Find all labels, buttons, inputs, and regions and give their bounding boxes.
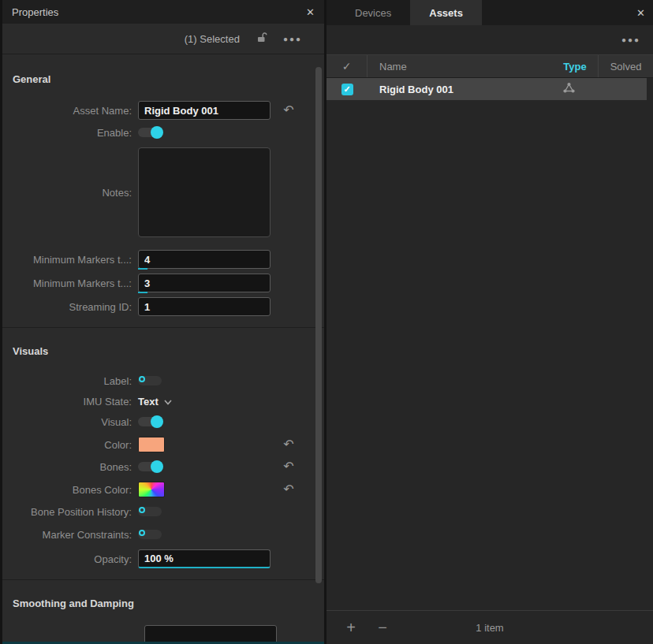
tab-devices[interactable]: Devices xyxy=(336,0,410,25)
marker-constraints-row: Marker Constraints: xyxy=(2,527,324,542)
imu-state-dropdown[interactable]: Text xyxy=(138,396,172,408)
asset-name-input[interactable] xyxy=(138,101,271,120)
section-general: General xyxy=(13,73,324,85)
solved-column-header[interactable]: Solved xyxy=(598,55,653,77)
imu-state-value: Text xyxy=(138,396,159,408)
opacity-input[interactable] xyxy=(138,549,271,568)
enable-label: Enable: xyxy=(4,127,138,139)
imu-state-row: IMU State: Text xyxy=(2,396,324,408)
toggle-knob xyxy=(139,376,145,382)
marker-constraints-label: Marker Constraints: xyxy=(4,529,138,541)
notes-textarea[interactable] xyxy=(138,147,271,237)
undo-icon[interactable]: ↶ xyxy=(283,438,293,451)
asset-name: Rigid Body 001 xyxy=(368,84,546,95)
min-markers-boot-label: Minimum Markers t...: xyxy=(4,254,138,266)
bone-position-history-row: Bone Position History: xyxy=(2,504,324,519)
asset-name-label: Asset Name: xyxy=(4,105,138,117)
assets-toolbar: ●●● xyxy=(326,25,653,54)
color-label: Color: xyxy=(4,439,138,451)
toggle-knob xyxy=(139,530,145,536)
label-toggle[interactable] xyxy=(138,376,162,385)
selection-count: (1) Selected xyxy=(185,33,240,45)
table-row[interactable]: ✓ Rigid Body 001 xyxy=(326,78,647,100)
min-markers-boot-row: Minimum Markers t...: xyxy=(2,250,324,269)
visual-toggle-label: Visual: xyxy=(4,416,138,428)
opacity-row: Opacity: xyxy=(2,549,324,568)
min-markers-boot-input[interactable] xyxy=(138,250,271,269)
assets-tabbar: Devices Assets ✕ xyxy=(326,0,653,25)
bones-toggle-label: Bones: xyxy=(4,461,138,473)
streaming-id-input[interactable] xyxy=(138,297,271,316)
streaming-id-label: Streaming ID: xyxy=(4,301,138,313)
panel-title: Properties xyxy=(12,6,58,18)
chevron-down-icon xyxy=(164,396,172,408)
min-markers-track-input[interactable] xyxy=(138,274,271,292)
bones-color-row: Bones Color: ↶ xyxy=(2,482,324,497)
type-column-header[interactable]: Type xyxy=(552,61,598,73)
notes-row: Notes: xyxy=(2,147,324,237)
min-markers-track-label: Minimum Markers t...: xyxy=(4,277,138,289)
bones-color-swatch[interactable] xyxy=(138,482,165,497)
toggle-knob xyxy=(151,460,163,473)
section-divider xyxy=(2,579,324,580)
undo-icon[interactable]: ↶ xyxy=(283,460,293,473)
color-swatch[interactable] xyxy=(138,437,165,452)
enable-row: Enable: xyxy=(2,125,324,140)
toggle-knob xyxy=(139,507,145,513)
section-visuals: Visuals xyxy=(13,345,324,357)
assets-footer: + − 1 item xyxy=(326,610,653,644)
streaming-id-row: Streaming ID: xyxy=(2,297,324,316)
close-icon[interactable]: ✕ xyxy=(306,6,315,18)
bones-toggle[interactable] xyxy=(138,462,162,471)
scrollbar-thumb[interactable] xyxy=(315,67,322,583)
app-window: Properties ✕ (1) Selected ●●● General As… xyxy=(0,0,653,644)
row-checkbox[interactable]: ✓ xyxy=(341,84,353,95)
section-smoothing: Smoothing and Damping xyxy=(13,597,324,609)
asset-name-row: Asset Name: ↶ xyxy=(2,101,324,120)
tab-assets[interactable]: Assets xyxy=(410,0,482,25)
notes-label: Notes: xyxy=(4,187,138,199)
undo-icon[interactable]: ↶ xyxy=(283,483,293,496)
bones-color-label: Bones Color: xyxy=(4,484,138,496)
assets-list-empty-area xyxy=(326,100,653,610)
section-divider xyxy=(2,327,324,328)
opacity-label: Opacity: xyxy=(4,553,138,565)
overflow-menu-icon[interactable]: ●●● xyxy=(283,35,302,43)
undo-icon[interactable]: ↶ xyxy=(283,104,293,117)
properties-titlebar[interactable]: Properties ✕ xyxy=(2,0,324,24)
overflow-menu-icon[interactable]: ●●● xyxy=(621,35,640,44)
remove-asset-button[interactable]: − xyxy=(372,620,393,635)
label-toggle-label: Label: xyxy=(4,375,138,387)
unlock-icon[interactable] xyxy=(256,32,267,47)
name-column-header[interactable]: Name xyxy=(368,61,552,73)
marker-constraints-toggle[interactable] xyxy=(138,530,162,539)
bone-position-history-label: Bone Position History: xyxy=(4,506,138,518)
properties-subheader: (1) Selected ●●● xyxy=(2,24,324,54)
visual-row: Visual: xyxy=(2,414,324,430)
imu-state-label: IMU State: xyxy=(4,396,138,408)
properties-panel: Properties ✕ (1) Selected ●●● General As… xyxy=(2,0,324,644)
properties-content: General Asset Name: ↶ Enable: Notes: xyxy=(2,54,324,642)
visual-toggle[interactable] xyxy=(138,417,162,426)
close-icon[interactable]: ✕ xyxy=(636,7,645,19)
label-row: Label: xyxy=(2,373,324,389)
bones-row: Bones: ↶ xyxy=(2,459,324,475)
assets-panel: Devices Assets ✕ ●●● ✓ Name Type Solved … xyxy=(326,0,653,644)
smoothing-partial-input[interactable] xyxy=(144,625,277,642)
min-markers-track-row: Minimum Markers t...: xyxy=(2,274,324,292)
rigid-body-icon xyxy=(546,82,591,96)
solved-cell xyxy=(591,78,647,100)
toggle-knob xyxy=(151,126,163,139)
assets-table-header: ✓ Name Type Solved xyxy=(326,54,653,78)
bone-position-history-toggle[interactable] xyxy=(138,507,162,516)
check-column-header[interactable]: ✓ xyxy=(326,55,368,77)
add-asset-button[interactable]: + xyxy=(341,620,361,635)
color-row: Color: ↶ xyxy=(2,437,324,452)
toggle-knob xyxy=(151,415,163,428)
enable-toggle[interactable] xyxy=(138,128,162,137)
